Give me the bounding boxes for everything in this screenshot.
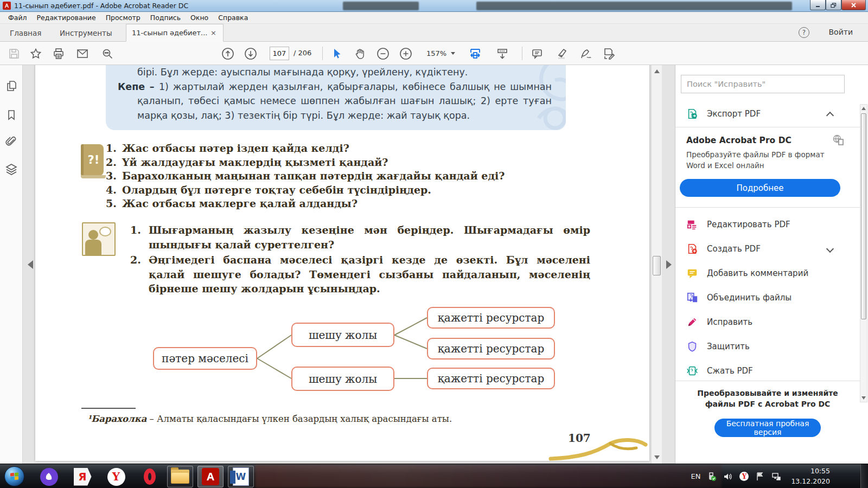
save-icon[interactable] bbox=[7, 46, 22, 61]
document-scrollbar[interactable] bbox=[651, 65, 662, 464]
show-desktop-button[interactable] bbox=[860, 464, 868, 488]
taskbar-yandex-browser-icon[interactable]: Я bbox=[69, 466, 95, 487]
gold-ornament bbox=[545, 437, 648, 461]
menu-window[interactable]: Окно bbox=[186, 12, 213, 23]
discussion-icon bbox=[82, 222, 116, 256]
email-icon[interactable] bbox=[75, 46, 90, 61]
select-tool-icon[interactable] bbox=[329, 46, 344, 61]
minimize-button[interactable] bbox=[810, 0, 826, 10]
tool-add-comment[interactable]: Добавить комментарий bbox=[686, 266, 808, 281]
free-trial-button[interactable]: Бесплатная пробная версия bbox=[714, 419, 821, 437]
scroll-up-icon[interactable] bbox=[654, 69, 660, 73]
start-button[interactable] bbox=[4, 466, 24, 486]
next-page-icon[interactable] bbox=[243, 46, 258, 61]
tool-protect[interactable]: Защитить bbox=[686, 339, 750, 354]
layers-icon[interactable] bbox=[5, 163, 18, 176]
diagram-node-resources-2: қажетті ресурстар bbox=[427, 338, 555, 359]
page-total-label: / 206 bbox=[293, 49, 311, 57]
tab-bar: Главная Инструменты 11-сынып әдебиет... … bbox=[0, 24, 868, 42]
tool-edit-pdf[interactable]: Редактировать PDF bbox=[686, 217, 790, 232]
window-title: 11-сынып әдебиет.pdf - Adobe Acrobat Rea… bbox=[14, 2, 188, 10]
page-scrolling-icon[interactable] bbox=[495, 46, 510, 61]
definition-entry: Кепе – 1) жартылай жерден қазылған, қабы… bbox=[118, 80, 552, 123]
taskbar-explorer-icon[interactable] bbox=[167, 466, 193, 487]
scroll-up-icon[interactable] bbox=[861, 107, 866, 110]
tab-tools[interactable]: Инструменты bbox=[52, 24, 120, 42]
diagram-node-resources-1: қажетті ресурстар bbox=[427, 307, 555, 329]
next-view-arrow-icon[interactable] bbox=[666, 260, 672, 269]
attachments-icon[interactable] bbox=[5, 136, 18, 149]
scrollbar-thumb[interactable] bbox=[653, 256, 661, 275]
favorite-star-icon[interactable] bbox=[28, 46, 43, 61]
main-toolbar: 107 / 206 157% bbox=[0, 42, 868, 65]
menu-help[interactable]: Справка bbox=[213, 12, 253, 23]
menu-edit[interactable]: Редактирование bbox=[32, 12, 101, 23]
tab-home[interactable]: Главная bbox=[2, 24, 49, 42]
document-viewport: бірі. Бұл жерде: ауыспалы мағынада қорқу… bbox=[23, 65, 675, 464]
promo-description: Преобразуйте файлы PDF в формат Word и E… bbox=[686, 150, 838, 171]
tab-document[interactable]: 11-сынып әдебиет... × bbox=[126, 24, 224, 42]
zoom-out-icon[interactable] bbox=[375, 46, 391, 61]
sidebar-scrollbar[interactable] bbox=[860, 104, 867, 402]
comment-icon[interactable] bbox=[529, 46, 545, 61]
tool-fix[interactable]: Исправить bbox=[686, 314, 752, 330]
search-tools-input[interactable] bbox=[681, 75, 845, 93]
previous-view-arrow-icon[interactable] bbox=[28, 260, 33, 269]
volume-icon[interactable] bbox=[723, 472, 733, 481]
action-center-flag-icon[interactable] bbox=[755, 472, 765, 481]
tray-yandex-icon[interactable]: Y bbox=[739, 472, 749, 481]
tool-compress-pdf[interactable]: Сжать PDF bbox=[686, 363, 753, 378]
tool-export-pdf[interactable]: Экспорт PDF bbox=[686, 106, 761, 121]
restore-button[interactable] bbox=[826, 0, 841, 10]
footnote: ¹Барахолка – Алматы қаласындағы үлкен ба… bbox=[87, 414, 452, 424]
zoom-level-value: 157% bbox=[426, 49, 446, 57]
hand-tool-icon[interactable] bbox=[353, 46, 368, 61]
menu-view[interactable]: Просмотр bbox=[101, 12, 145, 23]
learn-more-button[interactable]: Подробнее bbox=[680, 179, 840, 197]
print-icon[interactable] bbox=[51, 46, 66, 61]
more-tools-icon[interactable] bbox=[601, 46, 616, 61]
tasks-list: 1.Шығарманың жазылу кезеңіне мән беріңде… bbox=[130, 223, 590, 297]
network-icon[interactable] bbox=[771, 472, 781, 481]
tool-create-pdf[interactable]: Создать PDF bbox=[686, 241, 761, 256]
highlight-icon[interactable] bbox=[554, 46, 570, 61]
tool-combine-files[interactable]: Объединить файлы bbox=[686, 290, 792, 305]
help-icon[interactable]: ? bbox=[799, 27, 809, 38]
question-item: 2.Үй жалдаудағы маклердің қызметі қандай… bbox=[106, 156, 578, 170]
sign-in-button[interactable]: Войти bbox=[828, 28, 853, 36]
close-button[interactable] bbox=[841, 0, 866, 10]
page-number-input[interactable]: 107 bbox=[270, 47, 289, 60]
taskbar-acrobat-icon[interactable] bbox=[197, 466, 224, 487]
search-icon[interactable] bbox=[100, 46, 115, 61]
background-window bbox=[476, 2, 792, 10]
language-indicator[interactable]: EN bbox=[691, 472, 700, 480]
questions-icon: ?! bbox=[81, 144, 104, 176]
page-thumbnails-icon[interactable] bbox=[5, 79, 18, 92]
zoom-in-icon[interactable] bbox=[398, 46, 413, 61]
acrobat-window: 11-сынып әдебиет.pdf - Adobe Acrobat Rea… bbox=[0, 0, 868, 488]
tools-sidebar: Экспорт PDF Adobe Acrobat Pro DC Преобра… bbox=[675, 65, 868, 464]
chevron-down-icon[interactable] bbox=[826, 245, 834, 253]
scrollbar-thumb[interactable] bbox=[861, 113, 866, 319]
scroll-down-icon[interactable] bbox=[654, 455, 660, 459]
scroll-down-icon[interactable] bbox=[861, 396, 866, 400]
acrobat-app-icon bbox=[3, 2, 11, 10]
taskbar-alice-icon[interactable] bbox=[36, 466, 62, 487]
bookmarks-icon[interactable] bbox=[5, 108, 18, 121]
question-item: 5.Жас отбасы маклерге қалай алданды? bbox=[106, 197, 578, 211]
taskbar-yandex-icon[interactable]: Y bbox=[103, 466, 129, 487]
tab-close-icon[interactable]: × bbox=[209, 29, 218, 37]
zoom-level-dropdown[interactable]: 157% bbox=[426, 47, 460, 60]
previous-page-icon[interactable] bbox=[220, 46, 235, 61]
chevron-up-icon[interactable] bbox=[826, 112, 834, 119]
tray-date: 13.12.2020 bbox=[791, 477, 830, 487]
fit-width-icon[interactable] bbox=[468, 46, 483, 61]
windows-logo-icon bbox=[10, 472, 18, 480]
menu-sign[interactable]: Подпись bbox=[145, 12, 186, 23]
clock[interactable]: 10:55 13.12.2020 bbox=[791, 466, 830, 487]
taskbar-word-icon[interactable]: W bbox=[228, 466, 254, 487]
usb-eject-icon[interactable] bbox=[707, 472, 717, 481]
taskbar-opera-icon[interactable] bbox=[137, 466, 163, 487]
menu-file[interactable]: Файл bbox=[3, 12, 32, 23]
fill-sign-icon[interactable] bbox=[578, 46, 593, 61]
